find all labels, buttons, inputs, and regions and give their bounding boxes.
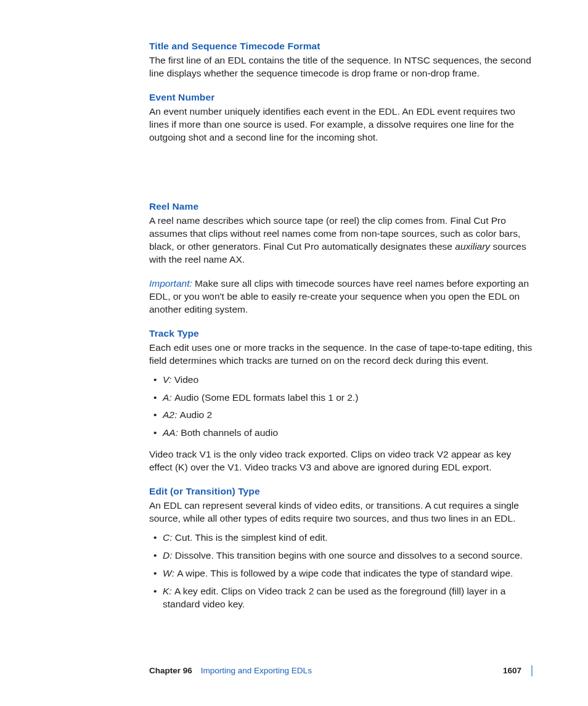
heading-title-timecode: Title and Sequence Timecode Format [149,40,533,53]
track-type-after: Video track V1 is the only video track e… [149,448,533,474]
important-body: Make sure all clips with timecode source… [149,278,529,314]
list-item: V: Video [149,374,533,387]
list-item: C: Cut. This is the simplest kind of edi… [149,532,533,544]
list-item: AA: Both channels of audio [149,427,533,440]
heading-event-number: Event Number [149,91,533,104]
body-track-type: Each edit uses one or more tracks in the… [149,342,533,367]
page-number: 1607 [503,665,521,676]
list-item: D: Dissolve. This transition begins with… [149,549,533,562]
body-reel-name: A reel name describes which source tape … [149,215,533,266]
heading-track-type: Track Type [149,327,533,340]
section-event-number: Event Number An event number uniquely id… [149,91,533,144]
track-type-list: V: Video A: Audio (Some EDL formats labe… [149,374,533,440]
list-item: K: A key edit. Clips on Video track 2 ca… [149,585,533,611]
section-track-type: Track Type Each edit uses one or more tr… [149,327,533,474]
body-title-timecode: The first line of an EDL contains the ti… [149,54,533,80]
body-edit-type: An EDL can represent several kinds of vi… [149,499,533,525]
section-title-timecode: Title and Sequence Timecode Format The f… [149,40,533,80]
spacer [149,155,533,200]
heading-reel-name: Reel Name [149,200,533,213]
important-note: Important: Make sure all clips with time… [149,277,533,316]
edit-type-list: C: Cut. This is the simplest kind of edi… [149,532,533,611]
list-item: A: Audio (Some EDL formats label this 1 … [149,392,533,404]
heading-edit-type: Edit (or Transition) Type [149,485,533,498]
chapter-number: Chapter 96 [149,665,192,676]
list-item: A2: Audio 2 [149,409,533,422]
chapter-title: Importing and Exporting EDLs [201,665,312,676]
list-item: W: A wipe. This is followed by a wipe co… [149,567,533,580]
section-edit-type: Edit (or Transition) Type An EDL can rep… [149,485,533,610]
body-event-number: An event number uniquely identifies each… [149,105,533,144]
page-footer: Chapter 96 Importing and Exporting EDLs … [149,665,533,676]
section-reel-name: Reel Name A reel name describes which so… [149,200,533,266]
important-label: Important: [149,278,195,289]
auxiliary-word: auxiliary [455,241,490,252]
